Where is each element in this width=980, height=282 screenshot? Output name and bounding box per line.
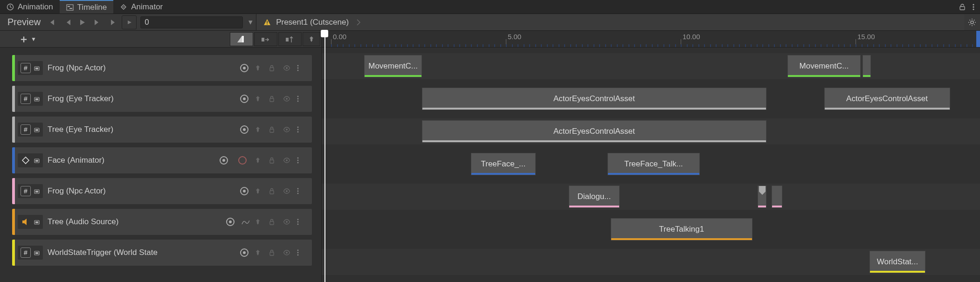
clip[interactable]: TreeTalking1 [611,218,752,241]
clip[interactable]: ActorEyesControlAsset [824,88,950,110]
visibility-icon[interactable] [283,250,292,255]
track-header[interactable]: #Tree (Eye Tracker) [12,117,312,143]
track-select[interactable] [240,95,248,103]
lock-icon[interactable] [269,219,278,225]
kebab-icon[interactable] [297,188,306,194]
curve-icon[interactable] [241,219,250,225]
add-track-button[interactable]: ＋▼ [0,32,44,46]
frame-dropdown[interactable]: ▾ [245,17,256,27]
edit-mode-mix[interactable] [230,32,253,46]
lock-icon[interactable] [269,126,278,133]
clip-area[interactable]: MovementC...MovementC...ActorEyesControl… [322,48,980,282]
track-lane[interactable]: ActorEyesControlAssetActorEyesControlAss… [322,86,980,112]
clip[interactable]: MovementC... [787,55,861,77]
pin-icon[interactable] [255,96,264,102]
lock-icon[interactable] [269,157,278,164]
clip[interactable]: TreeFace_Talk... [607,153,700,175]
playhead[interactable] [321,30,328,37]
track-select[interactable] [240,125,248,134]
clip[interactable]: TreeFace_... [471,153,536,175]
goto-start-button[interactable] [45,15,60,29]
lock-icon[interactable] [269,188,278,194]
pin-icon[interactable] [255,65,264,71]
visibility-icon[interactable] [283,219,292,225]
clip[interactable] [758,186,766,208]
track-select[interactable] [226,218,235,226]
visibility-icon[interactable] [283,127,292,132]
time-ruler[interactable]: 0.005.0010.0015.00 [322,31,980,47]
preview-button[interactable]: Preview [3,17,45,28]
record-button[interactable] [238,156,247,165]
lock-icon[interactable] [269,249,278,256]
track-binding[interactable] [18,153,43,167]
lock-icon[interactable] [269,96,278,102]
track-select[interactable] [240,64,248,72]
edit-mode-ripple[interactable] [254,32,277,46]
pin-icon[interactable] [255,188,264,194]
track-header[interactable]: #Frog (Npc Actor) [12,178,312,204]
ruler-minor-tick [943,44,944,47]
breadcrumb[interactable]: Present1 (Cutscene) [256,14,964,30]
kebab-icon[interactable] [297,96,306,102]
visibility-icon[interactable] [283,65,292,71]
track-select[interactable] [240,248,248,257]
kebab-icon[interactable] [297,219,306,225]
pin-toggle[interactable] [303,32,320,46]
pin-icon[interactable] [255,249,264,256]
track-binding[interactable]: # [18,61,43,75]
frame-field[interactable]: 0 [140,16,243,28]
track-binding[interactable] [18,215,43,229]
visibility-icon[interactable] [283,96,292,102]
track-lane[interactable]: ActorEyesControlAsset [322,118,980,144]
visibility-icon[interactable] [283,188,292,194]
kebab-icon[interactable] [297,157,306,164]
track-header[interactable]: #Frog (Eye Tracker) [12,86,312,112]
track-header[interactable]: Tree (Audio Source) [12,209,312,235]
pin-icon[interactable] [255,157,264,164]
track-binding[interactable]: # [18,123,43,137]
track-binding[interactable]: # [18,246,43,260]
track-select[interactable] [220,156,228,165]
kebab-icon[interactable] [297,65,306,71]
prev-frame-button[interactable] [60,15,75,29]
unlock-icon[interactable] [959,3,966,11]
ruler-minor-tick [611,44,612,47]
track-lane[interactable]: TreeFace_...TreeFace_Talk... [322,151,980,177]
clip[interactable]: ActorEyesControlAsset [422,120,766,143]
lock-icon[interactable] [269,65,278,71]
clip-marker[interactable] [759,186,766,192]
visibility-icon[interactable] [283,158,292,163]
track-binding[interactable]: # [18,92,43,106]
clip[interactable]: Dialogu... [569,186,620,208]
kebab-icon[interactable] [973,3,974,11]
play-button[interactable] [75,15,90,29]
track-lane[interactable]: TreeTalking1 [322,216,980,242]
clip[interactable] [863,55,871,77]
tab-animation[interactable]: Animation [0,0,60,14]
clip[interactable]: ActorEyesControlAsset [422,88,766,110]
play-range-button[interactable] [122,15,137,29]
tab-timeline[interactable]: Timeline [60,0,114,14]
kebab-icon[interactable] [297,126,306,133]
pin-icon[interactable] [255,126,264,133]
track-lane[interactable]: MovementC...MovementC... [322,53,980,79]
clip[interactable]: WorldStat... [870,251,925,273]
ruler-minor-tick [914,44,915,47]
track-lane[interactable]: Dialogu... [322,184,980,210]
pin-icon[interactable] [255,219,264,225]
goto-end-button[interactable] [105,15,120,29]
track-header[interactable]: Face (Animator) [12,147,312,173]
range-end-marker[interactable] [976,31,980,47]
clip[interactable]: MovementC... [364,55,422,77]
tab-animator[interactable]: Animator [113,0,169,14]
clip[interactable] [772,186,782,208]
edit-mode-replace[interactable] [278,32,302,46]
track-binding[interactable]: # [18,184,43,198]
track-header[interactable]: #WorldStateTrigger (World State [12,240,312,266]
settings-button[interactable] [964,14,980,30]
kebab-icon[interactable] [297,249,306,256]
track-header[interactable]: #Frog (Npc Actor) [12,55,312,81]
next-frame-button[interactable] [90,15,105,29]
track-select[interactable] [240,187,248,195]
track-lane[interactable]: WorldStat... [322,249,980,275]
